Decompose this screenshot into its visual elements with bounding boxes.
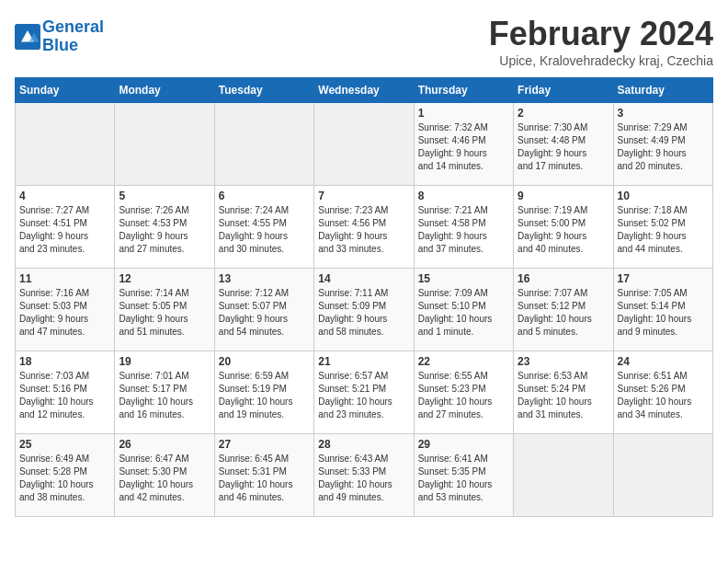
calendar-week-row: 18Sunrise: 7:03 AM Sunset: 5:16 PM Dayli… bbox=[16, 351, 713, 434]
day-number: 24 bbox=[618, 355, 709, 368]
weekday-header: Friday bbox=[514, 78, 613, 103]
day-number: 12 bbox=[119, 272, 210, 285]
day-number: 16 bbox=[518, 272, 609, 285]
calendar-cell: 9Sunrise: 7:19 AM Sunset: 5:00 PM Daylig… bbox=[514, 186, 613, 269]
day-number: 25 bbox=[19, 438, 110, 451]
calendar-cell: 26Sunrise: 6:47 AM Sunset: 5:30 PM Dayli… bbox=[115, 434, 214, 517]
day-number: 19 bbox=[119, 355, 210, 368]
day-number: 17 bbox=[618, 272, 709, 285]
day-number: 15 bbox=[418, 272, 509, 285]
day-info: Sunrise: 7:21 AM Sunset: 4:58 PM Dayligh… bbox=[418, 204, 509, 256]
day-info: Sunrise: 6:45 AM Sunset: 5:31 PM Dayligh… bbox=[219, 453, 310, 504]
day-info: Sunrise: 7:03 AM Sunset: 5:16 PM Dayligh… bbox=[19, 370, 110, 421]
day-number: 22 bbox=[418, 355, 509, 368]
day-info: Sunrise: 7:14 AM Sunset: 5:05 PM Dayligh… bbox=[119, 287, 210, 339]
day-number: 1 bbox=[418, 107, 509, 120]
day-number: 4 bbox=[19, 190, 110, 202]
calendar-cell: 7Sunrise: 7:23 AM Sunset: 4:56 PM Daylig… bbox=[314, 186, 414, 269]
day-number: 11 bbox=[19, 272, 110, 285]
day-info: Sunrise: 7:09 AM Sunset: 5:10 PM Dayligh… bbox=[418, 287, 509, 339]
weekday-header: Monday bbox=[115, 78, 214, 103]
calendar-cell bbox=[514, 434, 613, 517]
day-number: 28 bbox=[318, 438, 409, 451]
day-number: 29 bbox=[418, 438, 509, 451]
day-info: Sunrise: 6:49 AM Sunset: 5:28 PM Dayligh… bbox=[19, 453, 110, 504]
calendar-cell bbox=[214, 103, 313, 186]
calendar-cell: 13Sunrise: 7:12 AM Sunset: 5:07 PM Dayli… bbox=[214, 269, 313, 351]
calendar-cell bbox=[613, 434, 712, 517]
weekday-header: Tuesday bbox=[214, 78, 313, 103]
calendar-cell: 11Sunrise: 7:16 AM Sunset: 5:03 PM Dayli… bbox=[16, 269, 115, 351]
calendar-table: SundayMondayTuesdayWednesdayThursdayFrid… bbox=[15, 77, 713, 517]
day-info: Sunrise: 7:11 AM Sunset: 5:09 PM Dayligh… bbox=[318, 287, 409, 339]
day-number: 21 bbox=[318, 355, 409, 368]
day-number: 13 bbox=[219, 272, 310, 285]
calendar-cell: 19Sunrise: 7:01 AM Sunset: 5:17 PM Dayli… bbox=[115, 351, 214, 434]
day-info: Sunrise: 7:32 AM Sunset: 4:46 PM Dayligh… bbox=[418, 121, 509, 173]
month-title: February 2024 bbox=[489, 15, 713, 53]
calendar-cell: 20Sunrise: 6:59 AM Sunset: 5:19 PM Dayli… bbox=[214, 351, 313, 434]
day-info: Sunrise: 7:30 AM Sunset: 4:48 PM Dayligh… bbox=[518, 121, 609, 173]
calendar-cell: 3Sunrise: 7:29 AM Sunset: 4:49 PM Daylig… bbox=[613, 103, 712, 186]
calendar-cell: 16Sunrise: 7:07 AM Sunset: 5:12 PM Dayli… bbox=[514, 269, 613, 351]
title-area: February 2024 Upice, Kralovehradecky kra… bbox=[489, 15, 713, 68]
calendar-week-row: 11Sunrise: 7:16 AM Sunset: 5:03 PM Dayli… bbox=[16, 269, 713, 351]
calendar-cell: 28Sunrise: 6:43 AM Sunset: 5:33 PM Dayli… bbox=[314, 434, 414, 517]
day-info: Sunrise: 6:43 AM Sunset: 5:33 PM Dayligh… bbox=[318, 453, 409, 504]
calendar-cell: 21Sunrise: 6:57 AM Sunset: 5:21 PM Dayli… bbox=[314, 351, 414, 434]
calendar-cell: 27Sunrise: 6:45 AM Sunset: 5:31 PM Dayli… bbox=[214, 434, 313, 517]
calendar-body: 1Sunrise: 7:32 AM Sunset: 4:46 PM Daylig… bbox=[16, 103, 713, 517]
day-info: Sunrise: 7:24 AM Sunset: 4:55 PM Dayligh… bbox=[219, 204, 310, 256]
day-info: Sunrise: 7:29 AM Sunset: 4:49 PM Dayligh… bbox=[618, 121, 709, 173]
logo-line2: Blue bbox=[42, 36, 78, 54]
calendar-cell: 18Sunrise: 7:03 AM Sunset: 5:16 PM Dayli… bbox=[16, 351, 115, 434]
day-info: Sunrise: 6:57 AM Sunset: 5:21 PM Dayligh… bbox=[318, 370, 409, 421]
calendar-cell: 14Sunrise: 7:11 AM Sunset: 5:09 PM Dayli… bbox=[314, 269, 414, 351]
calendar-cell: 2Sunrise: 7:30 AM Sunset: 4:48 PM Daylig… bbox=[514, 103, 613, 186]
day-info: Sunrise: 7:16 AM Sunset: 5:03 PM Dayligh… bbox=[19, 287, 110, 339]
calendar-cell: 25Sunrise: 6:49 AM Sunset: 5:28 PM Dayli… bbox=[16, 434, 115, 517]
day-info: Sunrise: 7:05 AM Sunset: 5:14 PM Dayligh… bbox=[618, 287, 709, 339]
calendar-cell: 24Sunrise: 6:51 AM Sunset: 5:26 PM Dayli… bbox=[613, 351, 712, 434]
calendar-cell bbox=[115, 103, 214, 186]
page-header: General Blue February 2024 Upice, Kralov… bbox=[15, 15, 713, 68]
logo: General Blue bbox=[15, 18, 104, 55]
day-info: Sunrise: 7:07 AM Sunset: 5:12 PM Dayligh… bbox=[518, 287, 609, 339]
day-number: 7 bbox=[318, 190, 409, 202]
day-info: Sunrise: 7:01 AM Sunset: 5:17 PM Dayligh… bbox=[119, 370, 210, 421]
day-number: 20 bbox=[219, 355, 310, 368]
calendar-cell: 1Sunrise: 7:32 AM Sunset: 4:46 PM Daylig… bbox=[414, 103, 513, 186]
day-info: Sunrise: 7:19 AM Sunset: 5:00 PM Dayligh… bbox=[518, 204, 609, 256]
calendar-cell: 5Sunrise: 7:26 AM Sunset: 4:53 PM Daylig… bbox=[115, 186, 214, 269]
calendar-cell bbox=[314, 103, 414, 186]
calendar-cell: 4Sunrise: 7:27 AM Sunset: 4:51 PM Daylig… bbox=[16, 186, 115, 269]
day-info: Sunrise: 6:41 AM Sunset: 5:35 PM Dayligh… bbox=[418, 453, 509, 504]
calendar-week-row: 1Sunrise: 7:32 AM Sunset: 4:46 PM Daylig… bbox=[16, 103, 713, 186]
day-info: Sunrise: 6:51 AM Sunset: 5:26 PM Dayligh… bbox=[618, 370, 709, 421]
weekday-header: Saturday bbox=[613, 78, 712, 103]
day-number: 2 bbox=[518, 107, 609, 120]
day-number: 3 bbox=[618, 107, 709, 120]
location-subtitle: Upice, Kralovehradecky kraj, Czechia bbox=[489, 53, 713, 68]
calendar-cell: 23Sunrise: 6:53 AM Sunset: 5:24 PM Dayli… bbox=[514, 351, 613, 434]
day-info: Sunrise: 7:18 AM Sunset: 5:02 PM Dayligh… bbox=[618, 204, 709, 256]
calendar-cell bbox=[16, 103, 115, 186]
calendar-week-row: 4Sunrise: 7:27 AM Sunset: 4:51 PM Daylig… bbox=[16, 186, 713, 269]
day-number: 27 bbox=[219, 438, 310, 451]
day-number: 5 bbox=[119, 190, 210, 202]
calendar-cell: 6Sunrise: 7:24 AM Sunset: 4:55 PM Daylig… bbox=[214, 186, 313, 269]
day-number: 9 bbox=[518, 190, 609, 202]
day-number: 18 bbox=[19, 355, 110, 368]
day-info: Sunrise: 6:55 AM Sunset: 5:23 PM Dayligh… bbox=[418, 370, 509, 421]
calendar-cell: 22Sunrise: 6:55 AM Sunset: 5:23 PM Dayli… bbox=[414, 351, 513, 434]
calendar-week-row: 25Sunrise: 6:49 AM Sunset: 5:28 PM Dayli… bbox=[16, 434, 713, 517]
weekday-header: Thursday bbox=[414, 78, 513, 103]
day-info: Sunrise: 7:12 AM Sunset: 5:07 PM Dayligh… bbox=[219, 287, 310, 339]
logo-icon bbox=[15, 24, 40, 50]
day-info: Sunrise: 7:27 AM Sunset: 4:51 PM Dayligh… bbox=[19, 204, 110, 256]
logo-line1: General bbox=[42, 17, 104, 36]
day-number: 6 bbox=[219, 190, 310, 202]
calendar-cell: 8Sunrise: 7:21 AM Sunset: 4:58 PM Daylig… bbox=[414, 186, 513, 269]
calendar-cell: 10Sunrise: 7:18 AM Sunset: 5:02 PM Dayli… bbox=[613, 186, 712, 269]
day-number: 10 bbox=[618, 190, 709, 202]
